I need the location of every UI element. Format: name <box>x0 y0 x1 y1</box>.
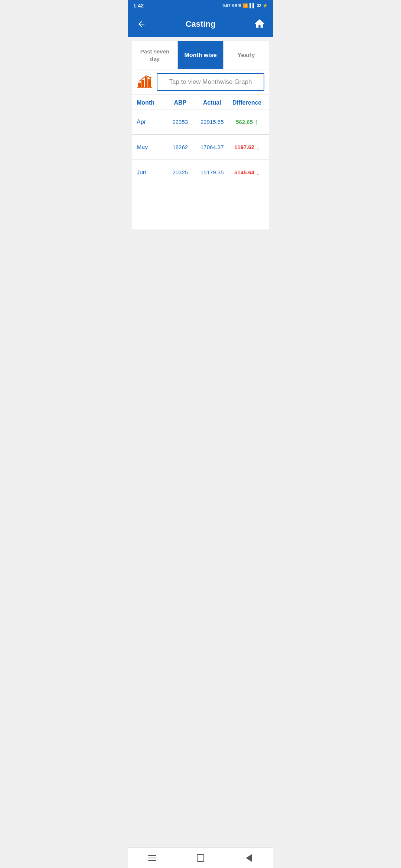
col-header-actual: Actual <box>195 99 229 106</box>
cell-abp-apr: 22353 <box>166 119 195 125</box>
cell-abp-may: 18262 <box>166 144 195 150</box>
empty-row <box>132 185 269 230</box>
svg-rect-0 <box>138 83 141 88</box>
col-header-month: Month <box>137 99 166 106</box>
battery-indicator: 32 ⚡ <box>257 3 268 8</box>
view-graph-button[interactable]: Tap to view Monthwise Graph <box>157 73 264 91</box>
col-header-abp: ABP <box>166 99 195 106</box>
cell-diff-apr: 562.65 ↑ <box>229 118 264 126</box>
app-header: Casting <box>128 11 273 37</box>
status-bar: 1:42 0.57 KB/S 📶 ▌▌ 32 ⚡ <box>128 0 273 11</box>
main-content: Past seven day Month wise Yearly <box>132 41 269 230</box>
table-row: Jun 20325 15179.35 5145.64 ↓ <box>132 160 269 185</box>
tab-month-wise[interactable]: Month wise <box>178 41 223 69</box>
cell-diff-may: 1197.62 ↓ <box>229 143 264 151</box>
cell-month-apr: Apr <box>137 119 166 125</box>
diff-value-may: 1197.62 <box>234 144 254 150</box>
chart-icon-wrapper <box>137 73 153 91</box>
svg-marker-4 <box>150 76 152 79</box>
graph-button-row: Tap to view Monthwise Graph <box>132 69 269 95</box>
status-time: 1:42 <box>133 3 144 9</box>
cell-actual-jun: 15179.35 <box>195 169 229 175</box>
network-speed: 0.57 KB/S <box>222 3 241 8</box>
svg-rect-1 <box>141 80 144 87</box>
table-row: Apr 22353 22915.65 562.65 ↑ <box>132 109 269 135</box>
status-icons: 0.57 KB/S 📶 ▌▌ 32 ⚡ <box>222 3 268 8</box>
tab-past-seven-day[interactable]: Past seven day <box>132 41 178 69</box>
back-arrow-icon <box>137 20 146 29</box>
back-button[interactable] <box>134 18 149 30</box>
diff-value-apr: 562.65 <box>236 119 253 125</box>
chart-bar-icon <box>137 73 153 89</box>
tab-group: Past seven day Month wise Yearly <box>132 41 269 69</box>
cell-abp-jun: 20325 <box>166 169 195 175</box>
table-row: May 18262 17064.37 1197.62 ↓ <box>132 135 269 160</box>
cell-actual-apr: 22915.65 <box>195 119 229 125</box>
cell-month-may: May <box>137 144 166 151</box>
arrow-down-icon-may: ↓ <box>256 143 260 151</box>
cell-actual-may: 17064.37 <box>195 144 229 150</box>
table-header: Month ABP Actual Difference <box>132 95 269 109</box>
page-title: Casting <box>149 19 252 29</box>
tab-yearly[interactable]: Yearly <box>223 41 269 69</box>
diff-value-jun: 5145.64 <box>234 169 254 175</box>
signal-icon: ▌▌ <box>250 3 255 8</box>
col-header-difference: Difference <box>229 99 264 106</box>
arrow-down-icon-jun: ↓ <box>256 168 260 177</box>
svg-rect-2 <box>145 77 147 88</box>
home-icon <box>254 18 265 30</box>
svg-rect-3 <box>148 79 151 88</box>
wifi-icon: 📶 <box>243 3 248 8</box>
home-button[interactable] <box>252 16 267 32</box>
arrow-up-icon-apr: ↑ <box>254 118 258 126</box>
cell-diff-jun: 5145.64 ↓ <box>229 168 264 177</box>
cell-month-jun: Jun <box>137 169 166 176</box>
